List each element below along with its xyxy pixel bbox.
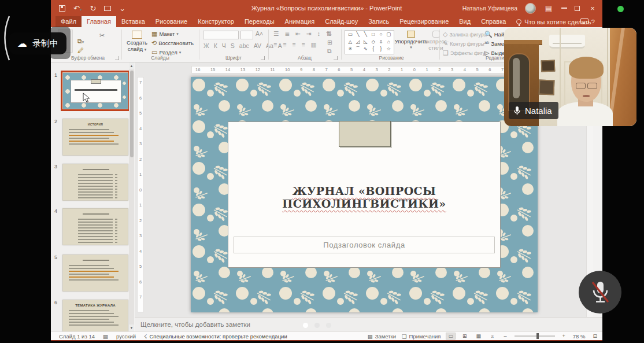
smartart-icon[interactable]: ⧉ (326, 47, 334, 55)
undo-icon[interactable]: ↶▾ (73, 5, 82, 12)
tab-Файл[interactable]: Файл (55, 16, 82, 27)
text-direction-icon[interactable]: ⇅ (326, 30, 334, 37)
shape-outline-button[interactable]: ✎Контур фигуры (443, 40, 484, 47)
tab-Запись[interactable]: Запись (363, 16, 394, 27)
redo-icon[interactable]: ↻ (90, 5, 96, 12)
numbering-icon[interactable]: ≣ (283, 30, 291, 37)
tab-Слайд-шоу[interactable]: Слайд-шоу (320, 16, 363, 27)
justify-icon[interactable]: ≡ (300, 41, 306, 48)
outdent-icon[interactable]: ⇤ (294, 30, 302, 37)
arrange-button[interactable]: Упорядочить▾ (398, 31, 424, 50)
italic-icon[interactable]: К (213, 42, 219, 49)
tab-Вид[interactable]: Вид (454, 16, 476, 27)
customize-qat-icon[interactable]: ⌄ (119, 5, 125, 12)
notes-bar[interactable]: Щелкните, чтобы добавить заметки (135, 317, 602, 331)
view-normal-icon[interactable]: ▭ (446, 333, 455, 339)
paragraph-dialog-launcher[interactable] (334, 56, 338, 60)
view-slideshow-icon[interactable]: ⌅ (488, 333, 497, 339)
shape-icon[interactable]: ╲ (362, 31, 369, 39)
align-right-icon[interactable]: ≡ (291, 41, 297, 48)
zoom-in-icon[interactable]: + (561, 333, 567, 339)
shape-icon[interactable]: ⇩ (377, 39, 384, 46)
start-slideshow-icon[interactable] (104, 6, 111, 11)
comments-toggle[interactable]: ❏Примечания (402, 333, 441, 340)
restore-button[interactable] (575, 6, 580, 11)
format-painter-icon[interactable]: 🖉 (77, 47, 84, 54)
thumbnails-scrollbar[interactable]: ▲ ▼ (129, 62, 134, 331)
shape-icon[interactable]: ☆ (385, 46, 393, 53)
tab-Рисование[interactable]: Рисование (150, 16, 193, 27)
shape-icon[interactable]: ◇ (369, 39, 377, 46)
indent-icon[interactable]: ⇥ (305, 30, 313, 37)
slide-title[interactable]: ЖУРНАЛ «ВОПРОСЫ ПСИХОЛИНГВИСТИКИ» (234, 185, 495, 210)
slide-thumbnail-3[interactable] (62, 164, 128, 201)
slide-thumbnail-1[interactable] (62, 72, 128, 109)
zoom-level[interactable]: 78 % (573, 333, 586, 340)
save-icon[interactable] (59, 5, 65, 12)
strikethrough-icon[interactable]: S (230, 42, 236, 49)
shape-icon[interactable]: ▢ (385, 31, 393, 39)
shape-icon[interactable]: ╲ (354, 31, 361, 39)
shape-icon[interactable]: △ (346, 39, 354, 46)
shape-icon[interactable]: ○ (377, 31, 384, 39)
zoom-slider-knob[interactable] (536, 333, 539, 339)
shape-icon[interactable]: { (369, 46, 377, 53)
slide-thumbnail-4[interactable] (62, 208, 128, 245)
shape-effects-button[interactable]: ❑Эффекты фигур (443, 49, 488, 57)
copy-icon[interactable]: ⧉▾ (77, 38, 84, 45)
language-indicator[interactable]: русский (116, 333, 136, 340)
align-center-icon[interactable]: ≡ (282, 41, 287, 48)
align-left-icon[interactable]: ≡ (272, 41, 278, 48)
clear-icon[interactable]: abc (238, 42, 250, 49)
tab-Конструктор[interactable]: Конструктор (193, 16, 239, 27)
recording-indicator[interactable]: ☁ 录制中 (9, 32, 66, 54)
shape-icon[interactable]: ⌒ (354, 46, 361, 53)
reset-button[interactable]: ⟲Восстановить (151, 39, 194, 47)
scroll-down-icon[interactable]: ▼ (129, 324, 134, 331)
char-spacing-icon[interactable]: AV (253, 42, 262, 49)
slide-thumbnail-2[interactable]: ИСТОРИЯ (62, 119, 128, 156)
font-size-combo[interactable] (240, 31, 253, 39)
shape-icon[interactable]: ▭ (346, 31, 354, 39)
shape-fill-button[interactable]: ◇Заливка фигуры (443, 31, 487, 38)
slide-thumbnail-5[interactable] (62, 255, 128, 292)
align-text-icon[interactable]: ⊞ (326, 39, 334, 46)
webcam-video-tile[interactable]: Natalia (504, 28, 636, 126)
accessibility-checker[interactable]: ☇Специальные возможности: проверьте реко… (144, 333, 287, 340)
new-slide-button[interactable]: Создатьслайд ▾ (125, 31, 149, 53)
tab-Анимация[interactable]: Анимация (280, 16, 320, 27)
avatar[interactable] (525, 3, 536, 14)
bullets-icon[interactable]: ☰ (272, 30, 280, 37)
slide-canvas[interactable]: ЖУРНАЛ «ВОПРОСЫ ПСИХОЛИНГВИСТИКИ» Подзаг… (191, 77, 538, 312)
notes-toggle[interactable]: ▤Заметки (368, 333, 396, 340)
tab-Рецензирование[interactable]: Рецензирование (394, 16, 454, 27)
cut-icon[interactable]: ✂ (99, 32, 105, 39)
comments-bubble-icon[interactable] (580, 18, 589, 24)
shape-icon[interactable]: □ (369, 31, 377, 39)
columns-icon[interactable]: ▥ (310, 41, 318, 48)
line-spacing-icon[interactable]: ↕ (316, 30, 321, 37)
mute-microphone-button[interactable] (579, 271, 621, 314)
close-button[interactable]: × (587, 4, 598, 13)
font-name-combo[interactable] (203, 31, 239, 39)
bold-icon[interactable]: Ж (202, 42, 210, 49)
slide-thumbnail-6[interactable]: ТЕМАТИКА ЖУРНАЛА (62, 300, 128, 331)
clipboard-dialog-launcher[interactable] (115, 56, 119, 60)
shape-icon[interactable]: ✳ (346, 46, 354, 53)
zoom-slider[interactable] (515, 335, 555, 337)
minimize-button[interactable] (561, 8, 567, 9)
tab-Вставка[interactable]: Вставка (116, 16, 150, 27)
shape-icon[interactable]: ∿ (362, 46, 369, 53)
account-name[interactable]: Наталья Уфимцева (462, 5, 517, 12)
shape-icon[interactable]: ◺ (362, 39, 369, 46)
view-reading-icon[interactable]: ▦ (474, 333, 483, 339)
layout-button[interactable]: ▦Макет▾ (151, 30, 179, 38)
scroll-up-icon[interactable]: ▲ (129, 62, 134, 69)
ribbon-display-options-icon[interactable]: ▤ (543, 4, 554, 13)
shape-icon[interactable]: ⌂ (385, 39, 393, 46)
fit-to-window-icon[interactable]: ⊡ (591, 333, 599, 339)
view-sorter-icon[interactable]: ⊞ (461, 333, 469, 339)
grow-font-icon[interactable]: A˄ (254, 30, 264, 37)
display-settings-icon[interactable]: ▤ (103, 333, 108, 340)
zoom-out-icon[interactable]: – (502, 333, 509, 339)
